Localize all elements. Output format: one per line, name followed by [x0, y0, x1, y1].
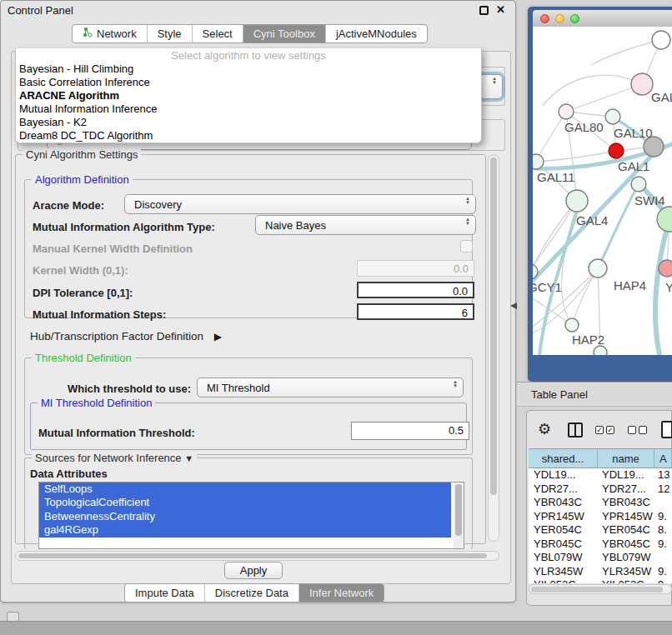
- dpi-tolerance-label: DPI Tolerance [0,1]:: [33, 287, 133, 299]
- dropdown-item[interactable]: Basic Correlation Inference: [16, 76, 481, 89]
- network-graph[interactable]: [533, 27, 672, 355]
- table-row[interactable]: YDR27...YDR27...12: [529, 482, 672, 497]
- node-table[interactable]: YDL19...YDL19...13 YDR27...YDR27...12 YB…: [529, 468, 672, 583]
- tab-label: Infer Network: [309, 584, 374, 602]
- which-threshold-combo[interactable]: MI Threshold ▲▼: [197, 378, 464, 398]
- manual-kernel-label: Manual Kernel Width Definition: [33, 242, 193, 255]
- dropdown-item[interactable]: Dream8 DC_TDC Algorithm: [16, 129, 481, 142]
- tab-cyni-toolbox[interactable]: Cyni Toolbox: [243, 25, 325, 42]
- minimize-traffic-light[interactable]: [555, 14, 564, 23]
- settings-hscrollbar[interactable]: [15, 551, 499, 561]
- tab-label: Select: [203, 25, 233, 42]
- tab-infer-network[interactable]: Infer Network: [298, 584, 384, 602]
- node-gal80[interactable]: [559, 104, 574, 119]
- float-window-icon[interactable]: [479, 6, 489, 15]
- list-item[interactable]: TopologicalCoefficient: [39, 496, 451, 509]
- node-label: GAL: [651, 90, 672, 104]
- tab-jactivemnodules[interactable]: jActiveMNodules: [325, 25, 427, 42]
- node-pink[interactable]: [631, 73, 653, 95]
- kernel-width-field[interactable]: 0.0: [357, 260, 474, 277]
- table-row[interactable]: YLR345WYLR345W9.: [529, 565, 672, 579]
- group-title: Cyni Algorithm Settings: [23, 148, 141, 161]
- tab-style[interactable]: Style: [147, 25, 192, 42]
- manual-kernel-checkbox[interactable]: [460, 240, 473, 252]
- node-gal11[interactable]: [533, 154, 544, 169]
- hub-definition-expander[interactable]: Hub/Transcription Factor Definition ▶: [30, 330, 222, 342]
- settings-scrollbar[interactable]: [488, 154, 499, 542]
- node-label: GAL10: [614, 126, 653, 140]
- mi-type-combo[interactable]: Naive Bayes ▲▼: [255, 215, 476, 235]
- node-gal1-red[interactable]: [609, 143, 624, 158]
- apply-button[interactable]: Apply: [224, 562, 283, 579]
- expander-arrow-down-icon: ▼: [184, 453, 193, 463]
- table-row[interactable]: YER054CYER054C8.: [529, 523, 672, 538]
- data-attributes-list[interactable]: SelfLoops TopologicalCoefficient Between…: [38, 482, 464, 549]
- tab-select[interactable]: Select: [192, 25, 243, 42]
- table-row[interactable]: YPR145WYPR145W9.: [529, 510, 672, 524]
- node-label: Y: [665, 280, 672, 294]
- tab-impute-data[interactable]: Impute Data: [125, 584, 204, 602]
- column-header-shared-name[interactable]: shared...: [529, 449, 598, 468]
- checked-box-icon: ✓: [606, 426, 614, 434]
- table-hscrollbar[interactable]: [529, 584, 672, 594]
- apply-label: Apply: [240, 564, 268, 577]
- mi-steps-field[interactable]: 6: [357, 303, 474, 320]
- table-row[interactable]: YDL19...YDL19...13: [529, 468, 672, 482]
- deselect-all-checks-icon[interactable]: [628, 426, 647, 434]
- table-header-row: shared... name A: [529, 448, 672, 468]
- kernel-width-label: Kernel Width (0,1):: [33, 264, 128, 277]
- node-gal4[interactable]: [566, 190, 588, 212]
- node-gal10[interactable]: [605, 109, 620, 124]
- which-threshold-label: Which threshold to use:: [68, 382, 191, 395]
- mi-threshold-label: Mutual Information Threshold:: [38, 427, 195, 439]
- combo-arrows-icon: ▲▼: [465, 218, 470, 226]
- node-hap2[interactable]: [565, 318, 579, 332]
- checked-box-icon: ✓: [595, 426, 604, 434]
- document-icon[interactable]: [661, 421, 672, 438]
- node-label: HAP2: [572, 332, 604, 347]
- dropdown-item[interactable]: Bayesian - K2: [16, 116, 481, 129]
- node-salmon[interactable]: [659, 260, 672, 277]
- mi-type-value: Naive Bayes: [265, 219, 326, 232]
- list-item[interactable]: BetweennessCentrality: [39, 510, 451, 523]
- group-title: Algorithm Definition: [32, 173, 133, 186]
- sources-group-title[interactable]: Sources for Network Inference ▼: [32, 452, 197, 464]
- data-attributes-label: Data Attributes: [30, 468, 108, 480]
- close-icon[interactable]: ✕: [496, 5, 505, 14]
- attributes-scrollbar[interactable]: [454, 482, 464, 548]
- unchecked-box-icon: [639, 426, 647, 434]
- network-window-titlebar[interactable]: [533, 10, 672, 27]
- zoom-traffic-light[interactable]: [570, 14, 579, 23]
- tab-network[interactable]: Network: [73, 25, 147, 42]
- list-item[interactable]: SelfLoops: [39, 482, 451, 496]
- table-row[interactable]: YBR043CYBR043C: [529, 496, 672, 510]
- node[interactable]: [652, 31, 670, 49]
- table-row[interactable]: YIL052CYIL052C9: [529, 578, 672, 583]
- node-hap4[interactable]: [589, 259, 607, 278]
- control-panel-window: Control Panel ✕ Network Style Select Cyn…: [0, 0, 516, 602]
- network-canvas[interactable]: GAL GAL80 GAL10 GAL1 GAL11 SWI4 GAL4 GCY…: [533, 27, 672, 355]
- table-row[interactable]: YBR045CYBR045C9.: [529, 538, 672, 552]
- dropdown-item[interactable]: Bayesian - Hill Climbing: [16, 62, 481, 76]
- dpi-tolerance-field[interactable]: 0.0: [357, 282, 474, 298]
- dropdown-item-selected[interactable]: ARACNE Algorithm: [16, 89, 481, 102]
- cyni-bottom-tabbar: Impute Data Discretize Data Infer Networ…: [124, 583, 384, 602]
- tab-discretize-data[interactable]: Discretize Data: [204, 584, 298, 602]
- node[interactable]: [594, 346, 607, 355]
- mi-threshold-field[interactable]: 0.5: [351, 422, 469, 440]
- node-green-large[interactable]: [657, 207, 672, 232]
- table-row[interactable]: YBL079WYBL079W: [529, 551, 672, 565]
- combo-arrows-icon: ▲▼: [492, 77, 497, 85]
- group-title: MI Threshold Definition: [38, 397, 155, 409]
- node-swi4[interactable]: [631, 177, 646, 192]
- aracne-mode-combo[interactable]: Discovery ▲▼: [124, 194, 476, 214]
- select-all-checks-icon[interactable]: ✓ ✓: [595, 426, 614, 434]
- tab-label: Network: [97, 25, 137, 42]
- column-header-partial[interactable]: A: [654, 449, 672, 468]
- close-traffic-light[interactable]: [540, 14, 549, 23]
- columns-icon[interactable]: [568, 422, 583, 438]
- list-item[interactable]: gal4RGexp: [39, 523, 451, 537]
- gear-icon[interactable]: ⚙: [538, 420, 551, 438]
- column-header-name[interactable]: name: [598, 449, 654, 468]
- dropdown-item[interactable]: Mutual Information Inference: [16, 102, 481, 116]
